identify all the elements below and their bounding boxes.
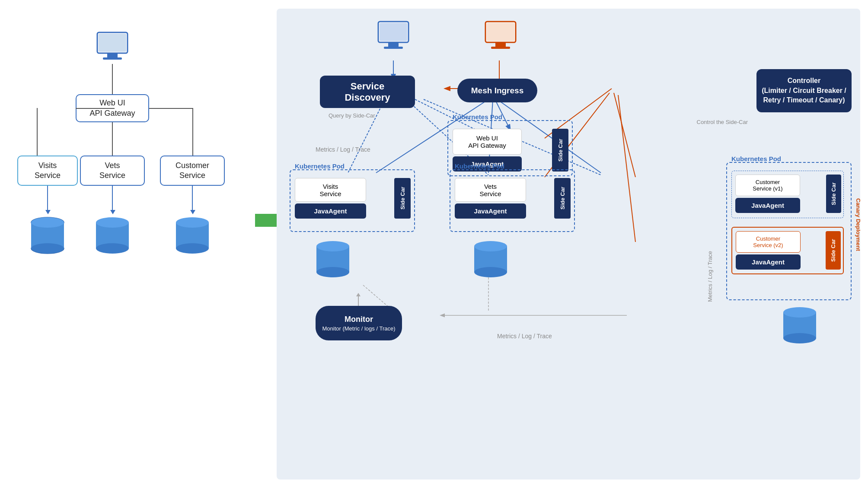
javaagent-customer-v1: JavaAgent	[735, 198, 800, 213]
vets-service-inner: Vets Service	[455, 178, 526, 202]
sidecar-customer-v1: Side Car	[826, 175, 841, 213]
javaagent-visits: JavaAgent	[295, 203, 366, 219]
k8s-pod-vets: Kubernetes Pod Vets Service JavaAgent Si…	[450, 169, 575, 232]
svg-point-50	[474, 267, 507, 277]
svg-point-8	[31, 243, 64, 254]
visits-db	[30, 216, 65, 257]
svg-point-48	[316, 241, 349, 251]
visits-service-inner: Visits Service	[295, 178, 366, 202]
metrics-label-right: Metrics / Log / Trace	[707, 233, 713, 320]
right-monitor-blue	[376, 19, 411, 54]
svg-point-11	[96, 243, 129, 254]
k8s-pod-visits: Kubernetes Pod Visits Service JavaAgent …	[290, 169, 415, 232]
svg-rect-41	[380, 23, 407, 41]
line-webui-right	[149, 108, 192, 109]
sidecar-vets: Side Car	[554, 178, 571, 219]
visits-db-right	[316, 240, 350, 280]
svg-point-9	[31, 217, 64, 228]
service-discovery-btn: Service Discovery	[320, 76, 415, 108]
svg-point-51	[474, 241, 507, 251]
svg-point-54	[783, 307, 816, 318]
left-architecture: Web UI API Gateway Visits Service Vets S…	[9, 17, 259, 471]
query-label: Query by Side-Car	[329, 112, 375, 119]
sidecar-customer-v2: Side Car	[826, 231, 841, 270]
k8s-pod-customer: Kubernetes Pod Customer Service (v1) Jav…	[726, 162, 852, 300]
arrow-head-customer	[190, 210, 195, 214]
svg-rect-44	[491, 47, 510, 49]
right-architecture: Service Discovery Query by Side-Car Mesh…	[277, 9, 860, 480]
customer-v1-service: Customer Service (v1)	[735, 175, 800, 196]
arrow-visits-db	[47, 186, 48, 212]
svg-rect-1	[107, 53, 118, 57]
customer-service-box: Customer Service	[160, 156, 225, 186]
main-canvas: Web UI API Gateway Visits Service Vets S…	[0, 0, 868, 486]
line-webui-center	[112, 122, 113, 156]
left-monitor-icon	[95, 30, 130, 64]
sidecar-visits: Side Car	[394, 178, 411, 219]
arrow-head-up-monitor	[356, 293, 361, 296]
metrics-label-bottom: Metrics / Log / Trace	[497, 333, 552, 340]
javaagent-customer-v2: JavaAgent	[736, 254, 801, 270]
sidecar-webui: Side Car	[552, 129, 568, 172]
svg-rect-3	[99, 34, 126, 52]
svg-point-53	[783, 333, 816, 343]
controller-btn: Controller (Limiter / Circuit Breaker / …	[756, 69, 852, 112]
svg-point-14	[176, 243, 209, 254]
javaagent-vets: JavaAgent	[455, 203, 526, 219]
customer-v2-service: Customer Service (v2)	[736, 231, 801, 253]
arrow-customer-db	[192, 186, 193, 212]
customer-v1-container: Customer Service (v1) JavaAgent Side Car	[731, 171, 844, 218]
line-down-left	[37, 108, 38, 156]
svg-rect-39	[388, 42, 399, 47]
svg-point-47	[316, 267, 349, 277]
webui-service-box: Web UI API Gateway	[453, 129, 522, 155]
line-webui-left	[76, 108, 115, 109]
svg-line-31	[614, 93, 635, 177]
vets-db	[95, 216, 130, 257]
line-down-right	[192, 108, 193, 156]
svg-point-12	[96, 217, 129, 228]
line-monitor-webui	[112, 64, 113, 94]
svg-rect-2	[103, 57, 122, 60]
mesh-ingress-btn: Mesh Ingress	[457, 79, 537, 102]
monitor-btn: Monitor Monitor (Metric / logs / Trace)	[316, 306, 402, 340]
customer-v2-container: Customer Service (v2) JavaAgent Side Car	[731, 227, 844, 274]
svg-rect-45	[487, 23, 514, 41]
svg-rect-40	[384, 47, 403, 49]
vets-db-right	[473, 240, 508, 280]
visits-service-box: Visits Service	[17, 156, 78, 186]
svg-line-22	[348, 99, 385, 173]
svg-point-15	[176, 217, 209, 228]
right-monitor-orange	[483, 19, 518, 54]
arrow-vets-db	[112, 186, 113, 212]
customer-db	[175, 216, 210, 257]
arrow-head-visits	[45, 210, 51, 214]
control-label: Control the Side-Car	[697, 119, 748, 125]
arrow-head-vets	[110, 210, 115, 214]
customer-db-right	[782, 306, 817, 346]
metrics-label-top: Metrics / Log / Trace	[316, 146, 370, 153]
svg-rect-43	[495, 42, 506, 47]
vets-service-box: Vets Service	[80, 156, 145, 186]
svg-line-32	[618, 95, 635, 242]
